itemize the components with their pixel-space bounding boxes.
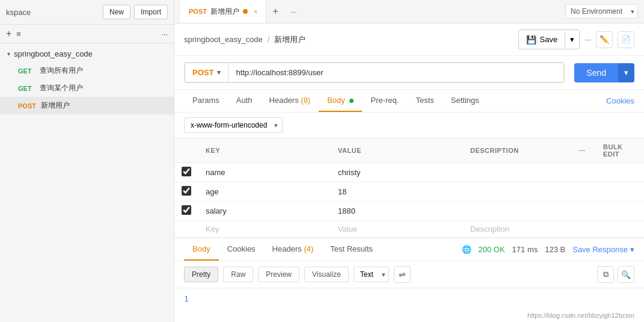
response-body: 1 xyxy=(174,288,644,309)
placeholder-desc[interactable]: Description xyxy=(463,221,572,238)
placeholder-value[interactable]: Value xyxy=(331,221,463,238)
breadcrumb-actions: 💾 Save ▾ ··· ✏️ 📄 xyxy=(518,29,634,49)
sidebar-item-post-add[interactable]: POST 新增用户 xyxy=(0,97,174,114)
tab-headers[interactable]: Headers (8) xyxy=(261,90,319,112)
row-key-3[interactable]: salary xyxy=(198,202,331,221)
row-checkbox-2[interactable] xyxy=(182,186,191,196)
text-select-wrapper: Text xyxy=(354,267,389,282)
tab-dot xyxy=(243,9,248,14)
add-icon[interactable]: + xyxy=(6,28,11,39)
table-row: age 18 xyxy=(174,182,644,202)
row-value-2[interactable]: 18 xyxy=(331,182,463,202)
breadcrumb-separator: / xyxy=(268,35,270,44)
tab-close[interactable]: × xyxy=(254,8,257,15)
row-key-2[interactable]: age xyxy=(198,182,331,202)
item-name: 查询某个用户 xyxy=(40,83,83,93)
row-more-1 xyxy=(572,163,596,182)
breadcrumb-bar: springboot_easy_code / 新增用户 💾 Save ▾ ···… xyxy=(174,23,644,56)
url-bar: POST ▾ Send ▾ xyxy=(174,56,644,90)
copy-icon-button[interactable]: ⧉ xyxy=(597,266,614,283)
visualize-button[interactable]: Visualize xyxy=(304,267,349,282)
placeholder-key[interactable]: Key xyxy=(198,221,331,238)
res-toolbar-right: ⧉ 🔍 xyxy=(597,266,634,283)
res-tab-cookies[interactable]: Cookies xyxy=(219,238,264,261)
pretty-button[interactable]: Pretty xyxy=(184,267,218,282)
filter-icon[interactable]: ≡ xyxy=(16,29,21,39)
res-headers-count: (4) xyxy=(304,244,313,253)
breadcrumb-collection: springboot_easy_code xyxy=(184,35,263,44)
preview-button[interactable]: Preview xyxy=(258,267,299,282)
th-bulk-edit[interactable]: Bulk Edit xyxy=(596,138,644,163)
tab-settings[interactable]: Settings xyxy=(443,90,488,112)
tab-auth[interactable]: Auth xyxy=(228,90,261,112)
table-row: name christy xyxy=(174,163,644,182)
row-checkbox-3[interactable] xyxy=(182,205,191,215)
status-size: 123 B xyxy=(545,245,565,254)
tab-item-post[interactable]: POST 新增用户 × xyxy=(180,0,266,23)
save-button[interactable]: 💾 Save xyxy=(519,32,566,48)
method-select[interactable]: POST ▾ xyxy=(185,63,228,82)
res-tab-body[interactable]: Body xyxy=(184,238,219,261)
tab-tests[interactable]: Tests xyxy=(407,90,442,112)
tab-bar: POST 新增用户 × + ··· No Environment xyxy=(174,0,644,23)
th-value: VALUE xyxy=(331,138,463,163)
request-tabs: Params Auth Headers (8) Body Pre-req. Te… xyxy=(174,90,644,113)
kv-table: KEY VALUE DESCRIPTION ··· Bulk Edit name… xyxy=(174,138,644,238)
row-desc-3 xyxy=(463,202,572,221)
body-type-wrapper: x-www-form-urlencoded xyxy=(184,117,283,133)
response-area: Body Cookies Headers (4) Test Results 🌐 … xyxy=(174,238,644,321)
tab-params[interactable]: Params xyxy=(184,90,228,112)
collection-arrow: ▾ xyxy=(7,51,10,57)
wrap-icon-button[interactable]: ⇌ xyxy=(394,266,411,283)
doc-icon-button[interactable]: 📄 xyxy=(618,31,634,48)
raw-button[interactable]: Raw xyxy=(223,267,253,282)
body-dot xyxy=(349,99,354,103)
search-icon-button[interactable]: 🔍 xyxy=(618,266,634,283)
res-tab-headers[interactable]: Headers (4) xyxy=(264,238,322,261)
import-button[interactable]: Import xyxy=(134,5,168,19)
tab-add-button[interactable]: + xyxy=(266,2,284,20)
table-row-placeholder: Key Value Description xyxy=(174,221,644,238)
new-button[interactable]: New xyxy=(103,5,130,19)
collection-header[interactable]: ▾ springboot_easy_code xyxy=(0,46,174,62)
env-dropdown[interactable]: No Environment xyxy=(565,4,638,19)
cookies-link[interactable]: Cookies xyxy=(606,96,634,105)
tab-prereq[interactable]: Pre-req. xyxy=(362,90,407,112)
row-value-1[interactable]: christy xyxy=(331,163,463,182)
row-value-3[interactable]: 1880 xyxy=(331,202,463,221)
res-tab-test-results[interactable]: Test Results xyxy=(322,238,381,261)
save-dropdown-button[interactable]: ▾ xyxy=(565,30,579,49)
row-checkbox-1[interactable] xyxy=(182,167,191,176)
tab-more-button[interactable]: ··· xyxy=(284,4,303,20)
th-description: DESCRIPTION xyxy=(463,138,572,163)
breadcrumb-more-button[interactable]: ··· xyxy=(584,35,591,44)
method-label-post: POST xyxy=(18,102,36,110)
send-button[interactable]: Send xyxy=(574,63,618,82)
status-time: 171 ms xyxy=(512,245,538,254)
save-response-label: Save Response xyxy=(572,245,628,254)
save-response-button[interactable]: Save Response ▾ xyxy=(572,245,634,254)
save-response-arrow: ▾ xyxy=(630,245,634,254)
collection: ▾ springboot_easy_code GET 查询所有用户 GET 查询… xyxy=(0,43,174,117)
body-type-select[interactable]: x-www-form-urlencoded xyxy=(184,117,283,133)
send-dropdown-button[interactable]: ▾ xyxy=(618,63,634,82)
res-headers-label: Headers xyxy=(272,244,302,253)
footer-link: https://blog.csdn.net/bbzyigh12bcsm xyxy=(527,312,634,319)
breadcrumb-current: 新增用户 xyxy=(274,34,305,45)
more-icon[interactable]: ··· xyxy=(161,29,168,39)
save-icon: 💾 xyxy=(526,35,536,45)
item-name: 新增用户 xyxy=(41,101,70,111)
response-status: 🌐 200 OK 171 ms 123 B Save Response ▾ xyxy=(462,245,635,254)
text-format-select[interactable]: Text xyxy=(354,267,389,282)
url-input[interactable] xyxy=(228,63,564,82)
row-desc-1 xyxy=(463,163,572,182)
row-key-1[interactable]: name xyxy=(198,163,331,182)
tab-body-label: Body xyxy=(327,96,345,105)
globe-icon: 🌐 xyxy=(462,245,471,254)
sidebar-item-get-one[interactable]: GET 查询某个用户 xyxy=(0,79,174,97)
edit-icon-button[interactable]: ✏️ xyxy=(596,31,613,48)
row-more-2 xyxy=(572,182,596,202)
env-wrapper: No Environment xyxy=(565,4,638,19)
tab-body[interactable]: Body xyxy=(319,90,362,112)
sidebar-item-get-all[interactable]: GET 查询所有用户 xyxy=(0,62,174,79)
